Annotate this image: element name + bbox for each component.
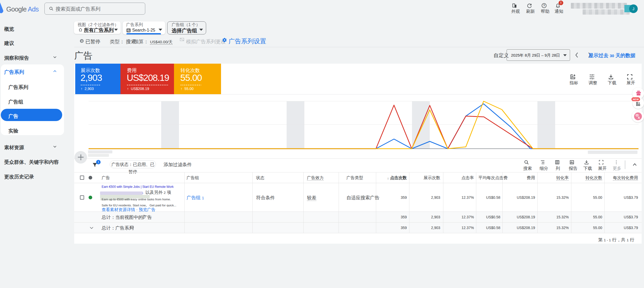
svg-text:A: A <box>638 116 640 119</box>
svg-text:?: ? <box>143 215 144 218</box>
svg-text:?: ? <box>131 226 133 229</box>
